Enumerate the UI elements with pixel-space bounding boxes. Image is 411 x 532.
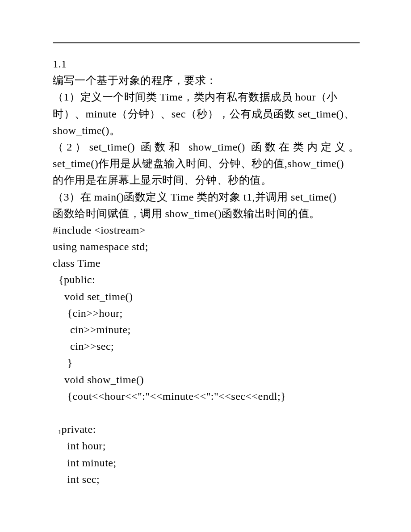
page-number: 1	[58, 428, 62, 436]
document-content: 1.1编写一个基于对象的程序，要求：（1）定义一个时间类 Time，类内有私有数…	[53, 56, 360, 488]
text-line: 1.1	[53, 56, 360, 72]
text-line: （1）定义一个时间类 Time，类内有私有数据成员 hour（小	[53, 89, 360, 105]
text-line: {public:	[53, 272, 360, 288]
text-line: }	[53, 355, 360, 371]
text-line: 的作用是在屏幕上显示时间、分钟、秒的值。	[53, 172, 360, 189]
text-line: show_time()。	[53, 122, 360, 139]
text-line: private:	[53, 421, 360, 438]
text-line: cin>>sec;	[53, 338, 360, 355]
text-line: void show_time()	[53, 372, 360, 388]
text-line: int sec;	[53, 471, 360, 488]
text-line: cin>>minute;	[53, 322, 360, 338]
text-line: using namespace std;	[53, 239, 360, 255]
text-line: （3）在 main()函数定义 Time 类的对象 t1,并调用 set_tim…	[53, 189, 360, 205]
text-line: #include <iostream>	[53, 222, 360, 239]
text-line: （2）set_time() 函数和 show_time() 函数在类内定义。	[53, 139, 360, 155]
text-line: 时）、minute（分钟）、sec（秒），公有成员函数 set_time()、	[53, 106, 360, 122]
text-line: int minute;	[53, 455, 360, 471]
text-line: set_time()作用是从键盘输入时间、分钟、秒的值,show_time()	[53, 155, 360, 172]
text-line: 函数给时间赋值，调用 show_time()函数输出时间的值。	[53, 205, 360, 222]
text-line: 编写一个基于对象的程序，要求：	[53, 72, 360, 89]
text-line: {cin>>hour;	[53, 305, 360, 322]
horizontal-rule	[53, 42, 360, 43]
document-page: 1.1编写一个基于对象的程序，要求：（1）定义一个时间类 Time，类内有私有数…	[0, 0, 411, 532]
text-line: {cout<<hour<<":"<<minute<<":"<<sec<<endl…	[53, 388, 360, 405]
text-line	[53, 405, 360, 421]
text-line: int hour;	[53, 438, 360, 454]
text-line: void set_time()	[53, 289, 360, 305]
text-line: class Time	[53, 255, 360, 272]
